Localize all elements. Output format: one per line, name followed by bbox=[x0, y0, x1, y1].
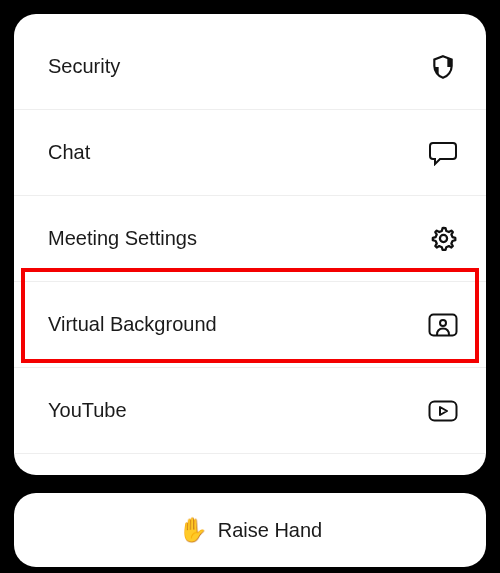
menu-item-label: Virtual Background bbox=[48, 313, 217, 336]
chat-icon bbox=[428, 138, 458, 168]
menu-item-chat[interactable]: Chat bbox=[14, 110, 486, 196]
shield-icon bbox=[428, 52, 458, 82]
menu-item-label: Security bbox=[48, 55, 120, 78]
menu-item-disconnect-audio[interactable]: Disconnect Audio bbox=[14, 454, 486, 475]
raise-hand-button[interactable]: ✋ Raise Hand bbox=[14, 493, 486, 567]
menu-item-label: YouTube bbox=[48, 399, 127, 422]
menu-item-virtual-background[interactable]: Virtual Background bbox=[14, 282, 486, 368]
action-sheet: Security Chat Meeting Settings bbox=[14, 14, 486, 475]
youtube-icon bbox=[428, 396, 458, 426]
svg-point-0 bbox=[439, 235, 446, 242]
menu-item-security[interactable]: Security bbox=[14, 24, 486, 110]
svg-rect-3 bbox=[430, 401, 457, 420]
menu-list: Security Chat Meeting Settings bbox=[14, 14, 486, 475]
raise-hand-label: Raise Hand bbox=[218, 519, 323, 542]
menu-item-meeting-settings[interactable]: Meeting Settings bbox=[14, 196, 486, 282]
background-icon bbox=[428, 310, 458, 340]
menu-item-label: Chat bbox=[48, 141, 90, 164]
svg-point-2 bbox=[440, 320, 446, 326]
gear-icon bbox=[428, 224, 458, 254]
raise-hand-icon: ✋ bbox=[178, 518, 208, 542]
menu-item-label: Meeting Settings bbox=[48, 227, 197, 250]
menu-item-youtube[interactable]: YouTube bbox=[14, 368, 486, 454]
